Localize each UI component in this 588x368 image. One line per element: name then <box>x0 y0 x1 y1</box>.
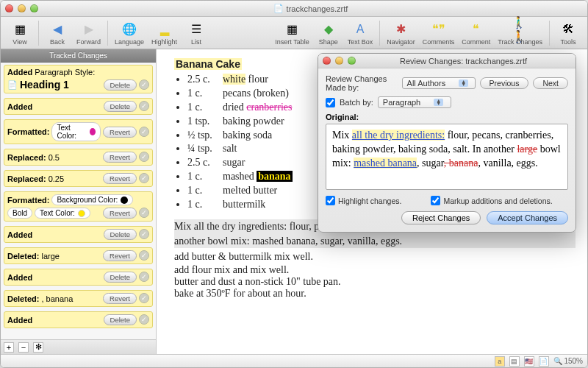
status-bar: a ▤ 🇺🇸 📄 🔍 150% <box>1 354 587 367</box>
change-added[interactable]: AddedDelete✓ <box>4 269 153 286</box>
previous-button[interactable]: Previous <box>480 77 529 89</box>
made-by-select[interactable]: All Authors▲▼ <box>402 77 476 89</box>
revert-button[interactable]: Revert <box>103 250 137 261</box>
change-formatted-bg[interactable]: Formatted:Background Color: BoldText Col… <box>4 191 153 222</box>
markup-check[interactable] <box>431 196 440 205</box>
change-replaced[interactable]: Replaced: 0.25Revert✓ <box>4 170 153 187</box>
delete-button[interactable]: Delete <box>104 272 137 283</box>
accept-check[interactable]: ✓ <box>139 208 149 218</box>
original-text: Mix all the dry ingredients: flour, peca… <box>326 124 568 190</box>
panel-min[interactable] <box>335 57 343 65</box>
comments-button[interactable]: ❝❞Comments <box>420 20 458 46</box>
textbox-button[interactable]: AText Box <box>345 20 376 46</box>
accept-check[interactable]: ✓ <box>139 173 149 183</box>
status-icon[interactable]: 🇺🇸 <box>524 356 534 367</box>
zoom-level[interactable]: 🔍 150% <box>553 357 583 365</box>
panel-zoom[interactable] <box>348 57 356 65</box>
change-added[interactable]: AddedDelete✓ <box>4 226 153 243</box>
panel-close[interactable] <box>323 57 331 65</box>
delete-button[interactable]: Delete <box>104 79 137 91</box>
gear-button[interactable]: ✻ <box>33 342 43 353</box>
track-changes-button[interactable]: 🚶‍♂️🚶Track Changes <box>495 20 545 46</box>
revert-button[interactable]: Revert <box>103 208 137 219</box>
accept-check[interactable]: ✓ <box>139 314 149 325</box>
change-deleted[interactable]: Deleted: largeRevert✓ <box>4 247 153 264</box>
add-button[interactable]: + <box>4 342 14 353</box>
sidebar-tracked-changes: Tracked Changes Added Paragraph Style: 📄… <box>1 49 157 354</box>
revert-button[interactable]: Revert <box>103 127 137 138</box>
minimize-window[interactable] <box>18 4 26 13</box>
highlight-changes-check[interactable] <box>326 196 335 205</box>
change-deleted[interactable]: Deleted: , bananaRevert✓ <box>4 290 153 307</box>
delete-button[interactable]: Delete <box>104 101 137 112</box>
reject-changes-button[interactable]: Reject Changes <box>401 211 481 224</box>
change-formatted[interactable]: Formatted:Text Color:Revert✓ <box>4 119 153 144</box>
change-added[interactable]: AddedDelete✓ <box>4 311 153 328</box>
status-icon[interactable]: ▤ <box>509 356 520 367</box>
batch-by-checkbox[interactable] <box>326 98 335 107</box>
revert-button[interactable]: Revert <box>103 152 137 163</box>
close-window[interactable] <box>5 4 13 13</box>
list-button[interactable]: ☰List <box>182 20 211 46</box>
delete-button[interactable]: Delete <box>104 229 137 240</box>
view-button[interactable]: ▦View <box>5 20 35 46</box>
review-changes-panel: Review Changes: trackchanges.zrtf Review… <box>318 53 576 233</box>
accept-changes-button[interactable]: Accept Changes <box>487 211 568 224</box>
delete-button[interactable]: Delete <box>104 314 137 325</box>
language-button[interactable]: 🌐Language <box>112 20 147 46</box>
accept-check[interactable]: ✓ <box>139 272 149 282</box>
batch-by-select[interactable]: Paragraph▲▼ <box>378 96 451 108</box>
shape-button[interactable]: ◆Shape <box>314 20 343 46</box>
comment-button[interactable]: ❝Comment <box>459 20 493 46</box>
revert-button[interactable]: Revert <box>103 173 137 184</box>
sidebar-header: Tracked Changes <box>1 49 156 63</box>
forward-button[interactable]: ▶Forward <box>74 20 104 46</box>
batch-by-label: Batch by: <box>340 98 373 107</box>
accept-check[interactable]: ✓ <box>139 229 149 239</box>
remove-button[interactable]: − <box>18 342 29 353</box>
change-added[interactable]: addedDelete✓ <box>4 98 153 115</box>
status-icon[interactable]: 📄 <box>539 356 549 367</box>
back-button[interactable]: ◀Back <box>43 20 72 46</box>
next-button[interactable]: Next <box>533 77 568 89</box>
accept-check[interactable]: ✓ <box>139 79 149 90</box>
tools-button[interactable]: 🛠Tools <box>553 20 583 46</box>
window-title: 📄 trackchanges.zrtf <box>38 4 583 13</box>
insert-table-button[interactable]: ▦Insert Table <box>272 20 312 46</box>
change-added-style[interactable]: Added Paragraph Style: 📄Heading 1 Delete… <box>4 65 153 93</box>
status-icon[interactable]: a <box>495 356 505 367</box>
original-label: Original: <box>326 113 568 121</box>
change-replaced[interactable]: Replaced: 0.5Revert✓ <box>4 149 153 166</box>
made-by-label: Review Changes Made by: <box>326 74 398 92</box>
panel-title: Review Changes: trackchanges.zrtf <box>356 57 571 66</box>
accept-check[interactable]: ✓ <box>139 127 149 137</box>
navigator-button[interactable]: ✱Navigator <box>384 20 418 46</box>
highlight-button[interactable]: ▂Highlight <box>148 20 180 46</box>
accept-check[interactable]: ✓ <box>139 250 149 261</box>
accept-check[interactable]: ✓ <box>139 101 149 111</box>
accept-check[interactable]: ✓ <box>139 293 149 303</box>
zoom-window[interactable] <box>30 4 38 13</box>
heading: Banana Cake <box>174 58 242 70</box>
accept-check[interactable]: ✓ <box>139 152 149 162</box>
revert-button[interactable]: Revert <box>103 293 137 304</box>
